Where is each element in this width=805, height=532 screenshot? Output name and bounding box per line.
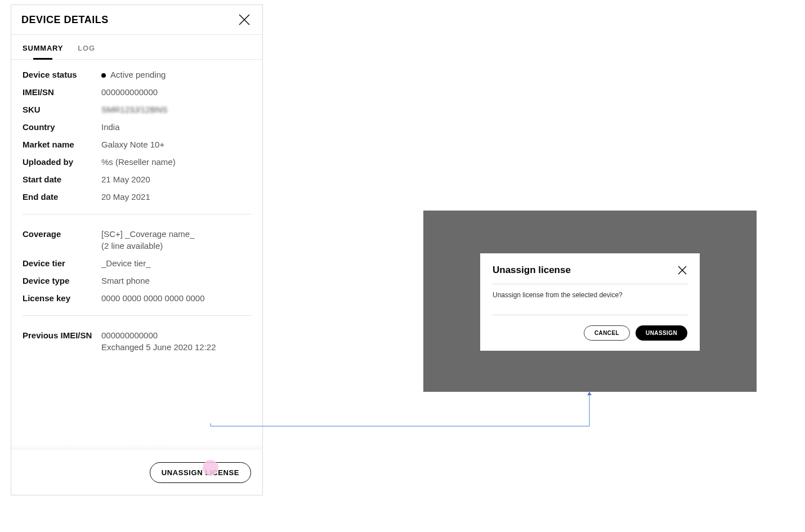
row-previous-imei: Previous IMEI/SN 000000000000 Exchanged … [23, 330, 251, 352]
tab-log[interactable]: LOG [78, 35, 95, 59]
value-sku: SMR123J/12BNS [101, 105, 251, 114]
value-previous-imei: 000000000000 Exchanged 5 June 2020 12:22 [101, 330, 251, 352]
label-previous-imei: Previous IMEI/SN [23, 330, 101, 340]
annotation-marker-icon [203, 460, 218, 476]
label-device-type: Device type [23, 276, 101, 285]
row-imei: IMEI/SN 000000000000 [23, 87, 251, 97]
label-coverage: Coverage [23, 229, 101, 239]
unassign-button[interactable]: UNASSIGN [636, 325, 687, 341]
label-imei: IMEI/SN [23, 87, 101, 97]
coverage-line1: [SC+] _Coverage name_ [101, 229, 195, 239]
modal-divider [493, 284, 687, 284]
value-coverage: [SC+] _Coverage name_ (2 line available) [101, 229, 251, 251]
row-device-type: Device type Smart phone [23, 276, 251, 285]
cancel-button[interactable]: CANCEL [584, 325, 630, 341]
value-imei: 000000000000 [101, 87, 251, 97]
row-country: Country India [23, 122, 251, 132]
label-end-date: End date [23, 192, 101, 202]
previous-imei-value: 000000000000 [101, 330, 158, 340]
panel-content: Device status Active pending IMEI/SN 000… [11, 60, 262, 352]
tabs: SUMMARY LOG [11, 35, 262, 60]
modal-body: Unassign license from the selected devic… [493, 291, 687, 307]
label-uploaded-by: Uploaded by [23, 157, 101, 167]
row-start-date: Start date 21 May 2020 [23, 175, 251, 184]
value-end-date: 20 May 2021 [101, 192, 251, 202]
row-device-tier: Device tier _Device tier_ [23, 258, 251, 268]
label-device-status: Device status [23, 70, 101, 79]
label-sku: SKU [23, 105, 101, 114]
label-license-key: License key [23, 293, 101, 303]
modal-backdrop: Unassign license Unassign license from t… [423, 211, 757, 392]
footer-shadow [11, 444, 262, 450]
value-start-date: 21 May 2020 [101, 175, 251, 184]
tab-summary[interactable]: SUMMARY [23, 35, 63, 59]
value-country: India [101, 122, 251, 132]
close-icon[interactable] [677, 265, 687, 275]
modal-actions: CANCEL UNASSIGN [493, 325, 687, 341]
svg-marker-2 [587, 392, 592, 395]
value-uploaded-by: %s (Reseller name) [101, 157, 251, 167]
device-details-panel: DEVICE DETAILS SUMMARY LOG Device status… [11, 5, 263, 495]
value-market-name: Galaxy Note 10+ [101, 140, 251, 149]
row-end-date: End date 20 May 2021 [23, 192, 251, 202]
divider [23, 214, 251, 214]
modal-title: Unassign license [493, 265, 571, 276]
status-dot-icon [101, 73, 106, 78]
row-market-name: Market name Galaxy Note 10+ [23, 140, 251, 149]
unassign-modal: Unassign license Unassign license from t… [480, 253, 700, 351]
label-start-date: Start date [23, 175, 101, 184]
row-device-status: Device status Active pending [23, 70, 251, 79]
previous-imei-note: Exchanged 5 June 2020 12:22 [101, 342, 251, 352]
panel-header: DEVICE DETAILS [11, 5, 262, 35]
panel-footer: UNASSIGN LICENSE [11, 450, 262, 495]
value-device-tier: _Device tier_ [101, 258, 251, 268]
status-text: Active pending [110, 70, 166, 79]
modal-divider [493, 315, 687, 315]
value-device-status: Active pending [101, 70, 251, 79]
coverage-line2: (2 line available) [101, 241, 251, 251]
panel-title: DEVICE DETAILS [21, 14, 109, 26]
label-device-tier: Device tier [23, 258, 101, 268]
row-coverage: Coverage [SC+] _Coverage name_ (2 line a… [23, 229, 251, 251]
unassign-license-button[interactable]: UNASSIGN LICENSE [150, 462, 251, 483]
row-sku: SKU SMR123J/12BNS [23, 105, 251, 114]
close-icon[interactable] [238, 13, 251, 26]
label-market-name: Market name [23, 140, 101, 149]
divider [23, 315, 251, 316]
row-uploaded-by: Uploaded by %s (Reseller name) [23, 157, 251, 167]
modal-header: Unassign license [493, 265, 687, 276]
value-license-key: 0000 0000 0000 0000 0000 [101, 293, 251, 303]
label-country: Country [23, 122, 101, 132]
row-license-key: License key 0000 0000 0000 0000 0000 [23, 293, 251, 303]
value-device-type: Smart phone [101, 276, 251, 285]
